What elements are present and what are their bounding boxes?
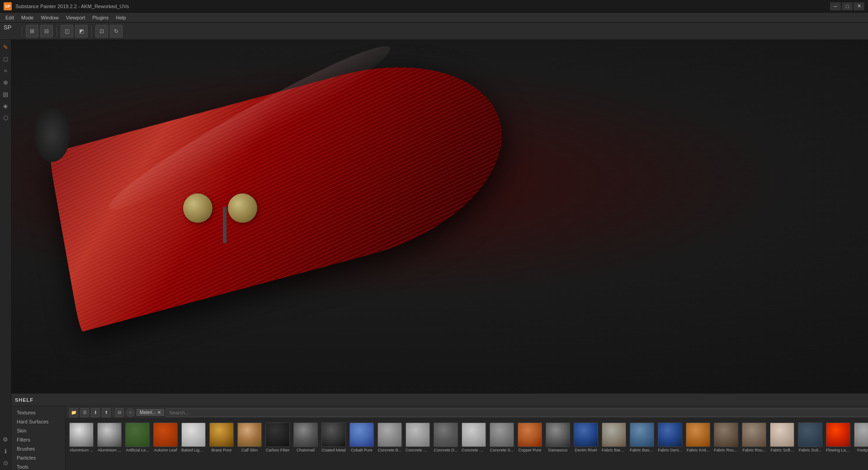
shelf-import-btn[interactable]: ⬇ bbox=[91, 408, 100, 417]
shelf-circle-btn[interactable]: ○ bbox=[126, 408, 135, 417]
shelf-item-autumn-leaf[interactable]: Autumn Leaf bbox=[152, 422, 179, 453]
shelf-thumb-fabric-deni bbox=[658, 423, 682, 447]
shelf-label-chainmail: Chainmail bbox=[293, 448, 318, 452]
shelf-label-fabric-knit: Fabric Knit... bbox=[686, 448, 710, 452]
shelf-label-concrete-cl: Concrete Cl... bbox=[406, 448, 430, 452]
shelf-search-input[interactable] bbox=[166, 409, 868, 417]
shelf-item-concrete-s[interactable]: Concrete S... bbox=[489, 422, 515, 453]
shelf-item-fabric-knit[interactable]: Fabric Knit... bbox=[685, 422, 711, 453]
maximize-button[interactable]: □ bbox=[842, 2, 853, 10]
filter-tag-close[interactable]: ✕ bbox=[157, 410, 161, 415]
shelf-header: SHELF — ✕ bbox=[11, 394, 868, 406]
gun-barrel-end bbox=[34, 108, 70, 162]
sidebar-info-icon[interactable]: ℹ bbox=[0, 446, 11, 456]
shelf-item-fabric-rough[interactable]: Fabric Rough bbox=[713, 422, 739, 453]
shelf-filter-btn[interactable]: ⊟ bbox=[115, 408, 124, 417]
sidebar-eraser-icon[interactable]: ◻ bbox=[0, 53, 11, 64]
shelf-label-baked-light: Baked Light... bbox=[181, 448, 206, 452]
shelf-list-btn[interactable]: ☰ bbox=[80, 408, 89, 417]
shelf-label-fabric-rough: Fabric Rough bbox=[714, 448, 738, 452]
shelf-label-coated-metal: Coated Metal bbox=[321, 448, 346, 452]
shelf-thumb-fabric-base bbox=[630, 423, 654, 447]
shelf-item-carbon-fiber[interactable]: Carbon Fiber bbox=[264, 422, 291, 453]
sidebar-clone-icon[interactable]: ⊕ bbox=[0, 77, 11, 88]
menu-window[interactable]: Window bbox=[38, 14, 62, 21]
minimize-button[interactable]: ─ bbox=[830, 2, 841, 10]
shelf-nav-filters[interactable]: Filters bbox=[11, 435, 65, 444]
shelf-item-concrete-cl[interactable]: Concrete Cl... bbox=[405, 422, 431, 453]
grid-view-button[interactable]: ⊞ bbox=[26, 25, 38, 38]
shelf-label-fabric-soft: Fabric Soft... bbox=[770, 448, 794, 452]
shelf-nav-skin[interactable]: Skin bbox=[11, 426, 65, 435]
shelf-item-cobalt-pure[interactable]: Cobalt Pure bbox=[349, 422, 375, 453]
shelf-label-carbon-fiber: Carbon Fiber bbox=[265, 448, 290, 452]
shelf-item-fabric-base[interactable]: Fabric Base... bbox=[629, 422, 655, 453]
shelf-panel: SHELF — ✕ Textures Hard Surfaces Skin Fi… bbox=[11, 393, 868, 470]
sidebar-camera-icon[interactable]: ⊙ bbox=[0, 457, 11, 468]
shelf-label-fabric-rou: Fabric Rou... bbox=[742, 448, 766, 452]
rotate-button[interactable]: ↻ bbox=[110, 25, 123, 38]
menu-edit[interactable]: Edit bbox=[2, 14, 18, 21]
shelf-item-calf-skin[interactable]: Calf Skin bbox=[236, 422, 263, 453]
shelf-item-chainmail[interactable]: Chainmail bbox=[292, 422, 319, 453]
shelf-nav-particles[interactable]: Particles bbox=[11, 453, 65, 462]
shelf-item-aluminium2[interactable]: Aluminium ... bbox=[96, 422, 123, 453]
shelf-item-fabric-suit[interactable]: Fabric Suit... bbox=[797, 422, 823, 453]
shelf-item-concrete-d[interactable]: Concrete D... bbox=[433, 422, 459, 453]
main-layout: ✎ ◻ ≈ ⊕ ▤ ◈ ⬡ ⚙ ℹ ⊙ bbox=[0, 40, 868, 470]
shelf-thumb-flowing-la bbox=[826, 423, 850, 447]
app-icon: SP bbox=[4, 2, 12, 10]
menu-help[interactable]: Help bbox=[112, 14, 130, 21]
shelf-item-flowing-la[interactable]: Flowing Lav... bbox=[825, 422, 851, 453]
sidebar-select-icon[interactable]: ⬡ bbox=[0, 112, 11, 123]
viewport[interactable]: ⊟ ⊞ 📷 ◎ Material Albedo Roughness Metall… bbox=[11, 40, 868, 393]
shelf-item-fabric-deni[interactable]: Fabric Deni... bbox=[657, 422, 683, 453]
shelf-item-fabric-rou[interactable]: Fabric Rou... bbox=[741, 422, 767, 453]
shelf-thumb-concrete-cl bbox=[406, 423, 430, 447]
shelf-label-copper-pure: Copper Pure bbox=[518, 448, 542, 452]
shelf-item-fabric-soft[interactable]: Fabric Soft... bbox=[769, 422, 795, 453]
shelf-item-concrete-b[interactable]: Concrete B... bbox=[377, 422, 403, 453]
shelf-thumb-baked-light bbox=[181, 423, 206, 447]
shelf-item-denim-rivet[interactable]: Denim Rivet bbox=[573, 422, 599, 453]
shelf-thumb-calf-skin bbox=[237, 423, 262, 447]
shelf-thumb-fabric-rou bbox=[742, 423, 766, 447]
menu-mode[interactable]: Mode bbox=[18, 14, 38, 21]
shelf-nav-hard-surfaces[interactable]: Hard Surfaces bbox=[11, 417, 65, 426]
sidebar-fill-icon[interactable]: ▤ bbox=[0, 89, 11, 99]
shelf-folder-btn[interactable]: 📁 bbox=[69, 408, 78, 417]
sidebar-polygon-fill-icon[interactable]: ◈ bbox=[0, 100, 11, 111]
shelf-item-artificial-lea[interactable]: Artificial Le... bbox=[124, 422, 151, 453]
shelf-item-brass-pure[interactable]: Brass Pure bbox=[208, 422, 235, 453]
close-button[interactable]: ✕ bbox=[854, 2, 864, 10]
shelf-filter-tag[interactable]: Materi... ✕ bbox=[137, 409, 164, 416]
shelf-label-concrete-d: Concrete D... bbox=[434, 448, 458, 452]
shelf-export-btn[interactable]: ⬆ bbox=[102, 408, 111, 417]
shelf-item-baked-light[interactable]: Baked Light... bbox=[180, 422, 207, 453]
sidebar-settings-icon[interactable]: ⚙ bbox=[0, 434, 11, 445]
shelf-nav-tools[interactable]: Tools bbox=[11, 462, 65, 470]
sidebar-paint-icon[interactable]: ✎ bbox=[0, 42, 11, 52]
shelf-item-coated-metal[interactable]: Coated Metal bbox=[321, 422, 347, 453]
shelf-nav-textures[interactable]: Textures bbox=[11, 408, 65, 417]
shelf-label-concrete-sl: Concrete Sl... bbox=[462, 448, 486, 452]
shelf-item-damascus[interactable]: Damascus bbox=[545, 422, 571, 453]
shelf-label-calf-skin: Calf Skin bbox=[237, 448, 262, 452]
shelf-nav-brushes[interactable]: Brushes bbox=[11, 444, 65, 453]
menu-plugins[interactable]: Plugins bbox=[89, 14, 112, 21]
shelf-thumb-fabric-knit bbox=[686, 423, 710, 447]
frame-button[interactable]: ⊡ bbox=[95, 25, 108, 38]
shelf-item-aluminium[interactable]: Aluminium ... bbox=[68, 422, 94, 453]
shelf-item-concrete-sl[interactable]: Concrete Sl... bbox=[461, 422, 487, 453]
quad-view-button[interactable]: ⊟ bbox=[40, 25, 53, 38]
shelf-label-flowing-la: Flowing Lav... bbox=[826, 448, 850, 452]
shelf-item-fabric-barn[interactable]: Fabric Barn... bbox=[601, 422, 627, 453]
shelf-item-footprints[interactable]: Footprints bbox=[853, 422, 868, 453]
shelf-item-copper-pure[interactable]: Copper Pure bbox=[517, 422, 543, 453]
menu-viewport[interactable]: Viewport bbox=[62, 14, 89, 21]
align-left-button[interactable]: ◫ bbox=[61, 25, 73, 38]
shelf-thumb-damascus bbox=[546, 423, 570, 447]
align-right-button[interactable]: ◩ bbox=[75, 25, 88, 38]
shelf-thumb-cobalt-pure bbox=[349, 423, 374, 447]
sidebar-smudge-icon[interactable]: ≈ bbox=[0, 65, 11, 76]
